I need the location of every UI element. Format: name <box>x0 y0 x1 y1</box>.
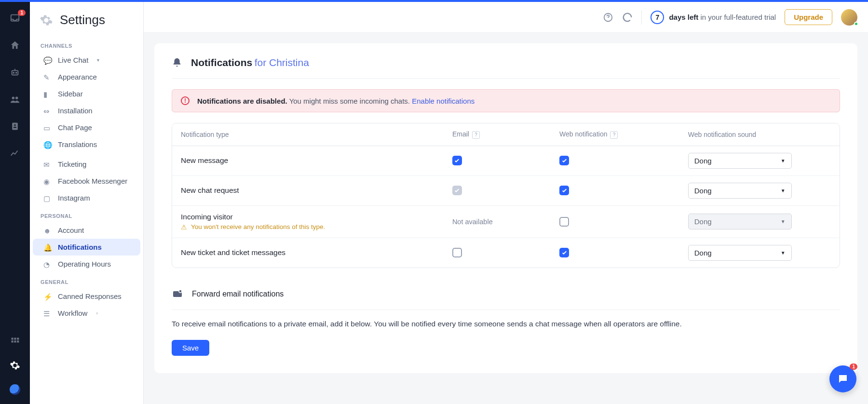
alert-icon: ! <box>181 96 190 105</box>
nav-chat-page[interactable]: ▭Chat Page <box>33 119 140 136</box>
section-general: GENERAL <box>30 272 143 288</box>
bot-rail-icon[interactable] <box>8 66 22 79</box>
chevron-down-icon: ▾ <box>97 57 99 63</box>
nav-account[interactable]: ☻Account <box>33 222 140 239</box>
nav-operating-hours[interactable]: ◔Operating Hours <box>33 256 140 272</box>
table-row: New chat requestDong▼ <box>172 175 840 205</box>
nav-notifications[interactable]: 🔔Notifications <box>33 239 140 256</box>
inbox-badge: 1 <box>18 10 26 16</box>
checkbox[interactable] <box>559 217 569 227</box>
user-avatar[interactable] <box>841 9 857 26</box>
nav-live-chat[interactable]: 💬Live Chat▾ <box>33 52 140 68</box>
instagram-icon: ▢ <box>43 194 51 202</box>
checkbox <box>452 186 462 195</box>
sound-select[interactable]: Dong▼ <box>688 153 792 169</box>
people-rail-icon[interactable] <box>8 93 22 106</box>
save-button[interactable]: Save <box>172 340 209 356</box>
checkbox[interactable] <box>452 248 462 257</box>
pencil-icon: ✎ <box>43 73 51 81</box>
warn-icon: ⚠ <box>181 223 187 231</box>
notification-table: Notification type Email? Web notificatio… <box>172 123 840 268</box>
col-email: Email? <box>452 130 559 139</box>
svg-point-16 <box>179 290 182 293</box>
nav-sidebar[interactable]: ▮Sidebar <box>33 85 140 102</box>
disabled-alert: ! Notifications are disabled. You might … <box>172 89 840 112</box>
icon-rail: 1 <box>0 2 30 404</box>
nav-appearance[interactable]: ✎Appearance <box>33 68 140 85</box>
chat-icon: 💬 <box>43 56 51 64</box>
svg-rect-12 <box>14 340 16 342</box>
link-icon: ⇔ <box>43 107 51 115</box>
svg-point-7 <box>14 124 15 126</box>
analytics-rail-icon[interactable] <box>8 147 22 160</box>
nav-workflow[interactable]: ☰Workflow› <box>33 305 140 322</box>
nav-instagram[interactable]: ▢Instagram <box>33 189 140 206</box>
clock-icon: ◔ <box>43 260 51 268</box>
svg-point-3 <box>16 72 17 73</box>
help-icon[interactable] <box>603 12 613 23</box>
laptop-icon: ▭ <box>43 124 51 132</box>
divider <box>641 10 642 25</box>
contacts-rail-icon[interactable] <box>8 120 22 133</box>
table-row: New ticket and ticket messagesDong▼ <box>172 238 840 268</box>
home-rail-icon[interactable] <box>8 39 22 52</box>
sound-select[interactable]: Dong▼ <box>688 183 792 199</box>
notifications-card: Notifications for Christina ! Notificati… <box>154 43 857 373</box>
status-dot <box>854 22 858 26</box>
gear-icon <box>40 13 53 27</box>
settings-sidebar: Settings CHANNELS 💬Live Chat▾ ✎Appearanc… <box>30 2 144 404</box>
chevron-down-icon: ▼ <box>781 158 786 163</box>
messenger-icon: ◉ <box>43 177 51 185</box>
svg-point-5 <box>15 97 18 100</box>
refresh-icon[interactable] <box>622 12 633 23</box>
chevron-down-icon: ▼ <box>781 188 786 193</box>
page-title: Settings <box>60 13 105 27</box>
table-row: New messageDong▼ <box>172 146 840 175</box>
chat-fab[interactable]: 1 <box>829 365 856 392</box>
svg-rect-0 <box>11 15 19 21</box>
forward-icon <box>172 288 183 300</box>
checkbox[interactable] <box>559 248 569 257</box>
nav-fb-messenger[interactable]: ◉Facebook Messenger <box>33 173 140 189</box>
fab-badge: 1 <box>850 364 857 370</box>
nav-installation[interactable]: ⇔Installation <box>33 102 140 119</box>
notifications-title: Notifications <box>191 57 252 68</box>
help-icon[interactable]: ? <box>610 131 618 139</box>
svg-point-2 <box>13 72 14 73</box>
mail-icon: ✉ <box>43 161 51 168</box>
not-available: Not available <box>452 218 493 226</box>
forward-title: Forward email notifications <box>192 290 284 298</box>
nav-translations[interactable]: 🌐Translations <box>33 136 140 153</box>
svg-rect-11 <box>12 340 14 342</box>
apps-rail-icon[interactable] <box>8 335 22 348</box>
nav-ticketing[interactable]: ✉Ticketing <box>33 156 140 173</box>
inbox-rail-icon[interactable]: 1 <box>8 12 22 25</box>
svg-rect-8 <box>12 338 14 340</box>
chevron-down-icon: ▼ <box>781 250 786 256</box>
bookmark-icon: ▮ <box>43 90 51 98</box>
sound-select: Dong▼ <box>688 214 792 229</box>
enable-notifications-link[interactable]: Enable notifications <box>412 97 475 105</box>
svg-point-4 <box>12 97 14 100</box>
chevron-down-icon: ▼ <box>781 219 786 224</box>
layers-icon: ☰ <box>43 310 51 317</box>
svg-rect-6 <box>12 123 18 130</box>
upgrade-button[interactable]: Upgrade <box>785 9 832 25</box>
checkbox[interactable] <box>452 156 462 165</box>
checkbox[interactable] <box>559 156 569 165</box>
person-icon: ☻ <box>43 227 51 234</box>
sound-select[interactable]: Dong▼ <box>688 245 792 261</box>
checkbox[interactable] <box>559 186 569 195</box>
trial-status: 7 days left in your full-featured trial <box>651 11 776 24</box>
settings-rail-icon[interactable] <box>8 359 22 372</box>
section-personal: PERSONAL <box>30 206 143 222</box>
top-header: 7 days left in your full-featured trial … <box>144 2 868 33</box>
col-web: Web notification? <box>559 130 688 139</box>
brand-rail-icon[interactable] <box>8 383 22 396</box>
help-icon[interactable]: ? <box>472 131 480 139</box>
table-row: Incoming visitor⚠You won't receive any n… <box>172 205 840 238</box>
col-sound: Web notification sound <box>688 131 831 138</box>
chevron-right-icon: › <box>96 310 97 316</box>
bell-icon <box>172 57 182 68</box>
nav-canned[interactable]: ⚡Canned Responses <box>33 288 140 305</box>
